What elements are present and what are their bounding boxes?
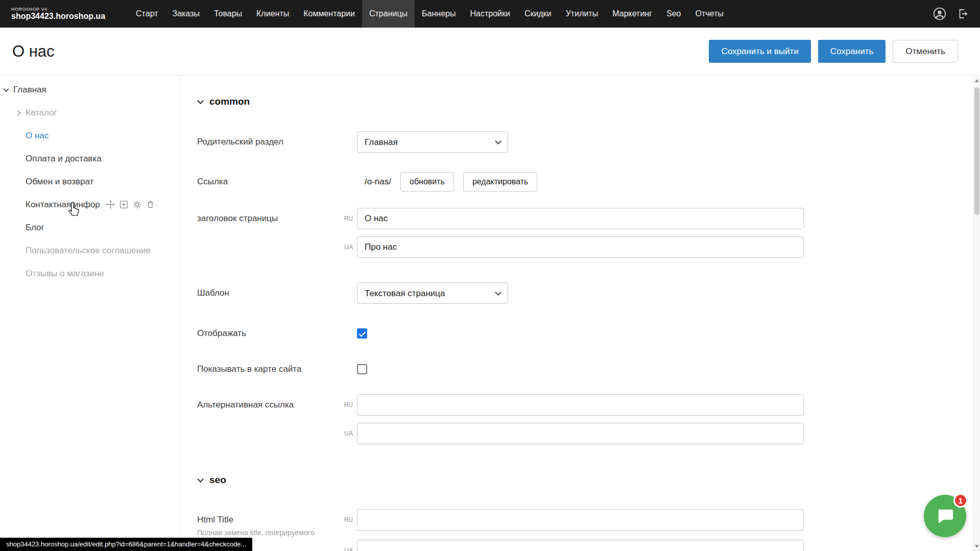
html-title-ru-input[interactable] — [357, 509, 804, 531]
link-path: /o-nas/ — [357, 177, 391, 187]
tree-item-label: Каталог — [26, 108, 57, 118]
tree-item-katalog[interactable]: Каталог — [0, 101, 179, 124]
logout-icon[interactable] — [957, 8, 969, 20]
horoshop-admin-app: HOROSHOP V4 shop34423.horoshop.ua Старт … — [0, 0, 980, 551]
nav-item-otchety[interactable]: Отчеты — [688, 0, 731, 28]
template-select[interactable]: Текстовая страница — [357, 282, 508, 304]
link-refresh-button[interactable]: обновить — [400, 172, 454, 191]
template-row: Шаблон Текстовая страница — [197, 282, 980, 304]
lang-ru-badge: RU — [342, 215, 357, 222]
tree-item-oplata[interactable]: Оплата и доставка — [0, 147, 179, 170]
html-title-ua-input[interactable] — [357, 540, 804, 551]
brand[interactable]: HOROSHOP V4 shop34423.horoshop.ua — [11, 7, 105, 21]
page-title-ua-input[interactable] — [357, 236, 804, 258]
chevron-down-icon[interactable] — [3, 86, 9, 91]
link-edit-button[interactable]: редактировать — [463, 172, 537, 191]
tree-item-glavnaya[interactable]: Главная — [0, 78, 179, 101]
html-title-row: Html Title Полная замена title, генериру… — [197, 509, 980, 551]
gear-icon[interactable] — [133, 200, 141, 209]
tree-item-label: О нас — [26, 131, 49, 141]
alt-link-ru-input[interactable] — [357, 394, 804, 416]
alt-link-label: Альтернативная ссылка — [197, 394, 342, 410]
main-nav: Старт Заказы Товары Клиенты Комментарии … — [129, 0, 731, 28]
trash-icon[interactable] — [146, 200, 155, 209]
tree-item-blog[interactable]: Блог — [0, 216, 179, 239]
scrollbar-thumb[interactable] — [974, 87, 979, 215]
nav-item-kommentarii[interactable]: Комментарии — [296, 0, 362, 28]
chat-bubble-icon — [935, 506, 955, 526]
nav-item-start[interactable]: Старт — [129, 0, 165, 28]
topbar: HOROSHOP V4 shop34423.horoshop.ua Старт … — [0, 0, 980, 28]
alt-link-row: Альтернативная ссылка RU UA — [197, 394, 980, 444]
tree-item-soglashenie[interactable]: Пользовательское соглашение — [0, 239, 179, 262]
lang-ua-badge: UA — [342, 244, 357, 251]
link-preview-statusbar: shop34423.horoshop.ua/edit/edit.php?id=6… — [0, 538, 252, 551]
save-exit-button[interactable]: Сохранить и выйти — [709, 40, 810, 63]
chevron-right-icon[interactable] — [15, 110, 20, 115]
nav-item-stranitsy[interactable]: Страницы — [362, 0, 415, 28]
page-title: О нас — [12, 42, 55, 61]
lang-ru-badge: RU — [342, 516, 357, 523]
tree-item-actions — [106, 200, 155, 209]
account-icon[interactable] — [933, 7, 946, 20]
move-icon[interactable] — [106, 200, 115, 209]
nav-item-klienty[interactable]: Клиенты — [249, 0, 296, 28]
save-button[interactable]: Сохранить — [818, 40, 886, 63]
nav-item-bannery[interactable]: Баннеры — [415, 0, 463, 28]
brand-domain: shop34423.horoshop.ua — [11, 12, 105, 21]
vertical-scrollbar[interactable] — [973, 76, 980, 551]
scroll-up-arrow[interactable] — [975, 79, 979, 82]
html-title-label-block: Html Title Полная замена title, генериру… — [197, 509, 342, 538]
page-title-label: заголовок страницы — [197, 208, 342, 224]
tree-item-obmen[interactable]: Обмен и возврат — [0, 170, 179, 193]
section-header-seo[interactable]: seo — [197, 473, 980, 487]
tree-item-o-nas[interactable]: О нас — [0, 124, 179, 147]
parent-section-select-wrap: Главная — [357, 131, 508, 153]
tree-item-label: Блог — [26, 223, 44, 233]
page-edit-form: common Родительский раздел Главная Ссылк… — [180, 76, 980, 551]
lang-ua-badge: UA — [342, 430, 357, 437]
link-label: Ссылка — [197, 177, 342, 187]
chat-unread-badge: 1 — [953, 493, 968, 508]
tree-item-label: Отзывы о магазине — [26, 269, 104, 279]
display-label: Отображать — [197, 328, 342, 339]
section-title: common — [209, 96, 250, 107]
chevron-down-icon — [197, 476, 204, 483]
template-label: Шаблон — [197, 288, 342, 298]
nav-item-seo[interactable]: Seo — [659, 0, 688, 28]
brand-version: HOROSHOP V4 — [11, 7, 105, 12]
display-checkbox[interactable] — [357, 328, 367, 339]
page-header: О нас Сохранить и выйти Сохранить Отмени… — [0, 28, 980, 76]
topbar-right — [933, 7, 969, 20]
tree-item-kontaktnaya[interactable]: Контактная инфор — [0, 193, 179, 216]
nav-item-utility[interactable]: Утилиты — [559, 0, 606, 28]
parent-section-select[interactable]: Главная — [357, 131, 508, 153]
tree-item-label: Обмен и возврат — [26, 177, 93, 187]
chat-widget-button[interactable]: 1 — [924, 495, 966, 537]
nav-item-skidki[interactable]: Скидки — [517, 0, 559, 28]
lang-ua-badge: UA — [342, 547, 357, 551]
nav-item-zakazy[interactable]: Заказы — [165, 0, 207, 28]
nav-item-marketing[interactable]: Маркетинг — [605, 0, 659, 28]
header-buttons: Сохранить и выйти Сохранить Отменить — [709, 40, 958, 63]
tree-item-otzyvy[interactable]: Отзывы о магазине — [0, 262, 179, 285]
link-row: Ссылка /o-nas/ обновить редактировать — [197, 171, 980, 193]
lang-ru-badge: RU — [342, 401, 357, 409]
section-header-common[interactable]: common — [197, 94, 980, 109]
tree-item-label: Оплата и доставка — [26, 154, 102, 164]
nav-item-tovary[interactable]: Товары — [207, 0, 249, 28]
sitemap-checkbox[interactable] — [357, 364, 367, 374]
nav-item-nastroyki[interactable]: Настройки — [463, 0, 517, 28]
cancel-button[interactable]: Отменить — [893, 40, 958, 63]
page-title-ru-input[interactable] — [357, 208, 804, 229]
chevron-down-icon — [197, 98, 204, 104]
tree-item-label: Пользовательское соглашение — [26, 246, 151, 256]
parent-section-label: Родительский раздел — [197, 137, 342, 147]
add-icon[interactable] — [119, 200, 128, 209]
scroll-down-arrow[interactable] — [975, 545, 979, 548]
alt-link-ua-input[interactable] — [357, 423, 804, 444]
page-title-row: заголовок страницы RU UA — [197, 208, 980, 258]
sitemap-label: Показывать в карте сайта — [197, 364, 342, 374]
tree-item-label: Контактная инфор — [26, 200, 100, 210]
tree-item-label: Главная — [13, 85, 46, 95]
